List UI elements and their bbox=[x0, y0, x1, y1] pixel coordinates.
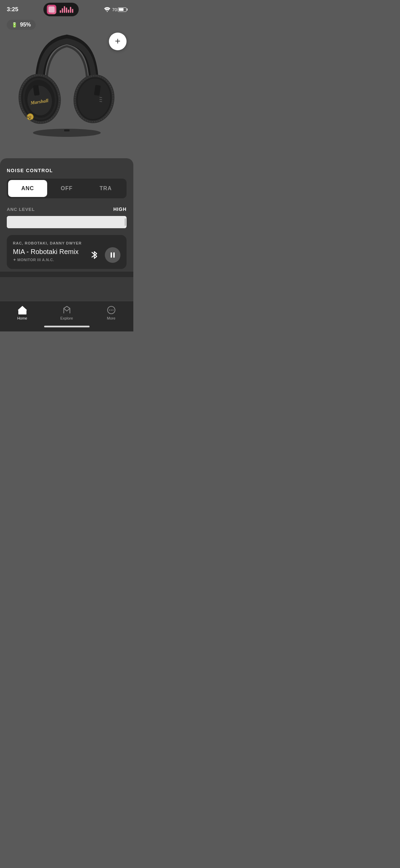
anc-option-off[interactable]: OFF bbox=[47, 180, 86, 197]
sound-bar-7 bbox=[72, 9, 73, 13]
anc-level-label: ANC LEVEL bbox=[7, 207, 35, 212]
now-playing-info: MIA - Robotaki Remix ✦ MONITOR III A.N.C… bbox=[13, 248, 78, 262]
now-playing-device: ✦ MONITOR III A.N.C. bbox=[13, 258, 78, 262]
sound-bar-5 bbox=[68, 10, 69, 13]
bottom-panel: NOISE CONTROL ANC OFF TRA ANC LEVEL HIGH… bbox=[0, 158, 133, 301]
pause-bar-right bbox=[113, 252, 115, 258]
headphone-battery-percent: 95% bbox=[20, 22, 31, 28]
svg-point-0 bbox=[107, 11, 108, 12]
anc-option-anc[interactable]: ANC bbox=[8, 180, 47, 197]
svg-point-27 bbox=[112, 310, 113, 311]
more-icon bbox=[107, 305, 116, 315]
headphone-battery-icon: 🔋 bbox=[12, 22, 17, 28]
tab-home-label: Home bbox=[17, 316, 27, 320]
sound-bar-6 bbox=[70, 7, 71, 13]
sound-bars bbox=[60, 6, 73, 13]
headphone-battery: 🔋 95% bbox=[7, 20, 36, 30]
anc-level-slider[interactable] bbox=[7, 216, 127, 228]
tab-explore-label: Explore bbox=[60, 316, 73, 320]
sound-bar-1 bbox=[60, 10, 61, 13]
pause-bar-left bbox=[111, 252, 112, 258]
svg-rect-23 bbox=[21, 311, 24, 314]
tab-explore[interactable]: Explore bbox=[44, 305, 89, 320]
now-playing-artist: RAC, ROBOTAKI, DANNY DWYER bbox=[13, 241, 120, 245]
anc-toggle: ANC OFF TRA bbox=[7, 179, 127, 198]
sound-bar-3 bbox=[64, 6, 65, 13]
now-playing-title: MIA - Robotaki Remix bbox=[13, 248, 78, 256]
headphone-image-area: Marshall + bbox=[0, 29, 133, 158]
pause-icon bbox=[111, 252, 115, 258]
tab-more-label: More bbox=[107, 316, 115, 320]
tab-more[interactable]: More bbox=[89, 305, 133, 320]
status-bar: 3:25 70 bbox=[0, 0, 133, 17]
anc-option-tra[interactable]: TRA bbox=[86, 180, 125, 197]
battery-text: 70 bbox=[112, 7, 117, 12]
anc-level-value: HIGH bbox=[113, 206, 127, 212]
dynamic-island bbox=[43, 3, 79, 16]
sound-bar-4 bbox=[66, 7, 67, 13]
home-bar bbox=[44, 326, 90, 327]
svg-point-26 bbox=[111, 310, 112, 311]
app-icon bbox=[47, 5, 56, 14]
add-icon: + bbox=[115, 36, 120, 46]
noise-control-label: NOISE CONTROL bbox=[7, 168, 127, 173]
svg-point-9 bbox=[29, 115, 32, 118]
add-device-button[interactable]: + bbox=[109, 33, 127, 50]
status-time: 3:25 bbox=[7, 6, 18, 13]
battery-icon bbox=[118, 7, 127, 12]
status-right: 70 bbox=[104, 7, 127, 12]
now-playing-card: RAC, ROBOTAKI, DANNY DWYER MIA - Robotak… bbox=[7, 235, 127, 269]
bluetooth-icon bbox=[88, 249, 101, 261]
headphone-illustration: Marshall bbox=[13, 33, 121, 155]
now-playing-main-row: MIA - Robotaki Remix ✦ MONITOR III A.N.C… bbox=[13, 247, 120, 263]
sound-bar-2 bbox=[62, 8, 63, 13]
battery-indicator: 70 bbox=[112, 7, 127, 12]
anc-level-row: ANC LEVEL HIGH bbox=[7, 206, 127, 212]
bluetooth-svg bbox=[91, 250, 98, 260]
svg-point-21 bbox=[33, 129, 101, 137]
svg-point-25 bbox=[109, 310, 110, 311]
home-icon bbox=[18, 305, 27, 315]
explore-icon bbox=[62, 305, 72, 315]
wifi-icon bbox=[104, 7, 110, 12]
battery-fill bbox=[119, 8, 124, 11]
tab-bar: Home Explore More bbox=[0, 301, 133, 323]
now-playing-controls bbox=[88, 247, 120, 263]
tab-home[interactable]: Home bbox=[0, 305, 44, 320]
home-indicator bbox=[0, 323, 133, 331]
pause-button[interactable] bbox=[105, 247, 120, 263]
